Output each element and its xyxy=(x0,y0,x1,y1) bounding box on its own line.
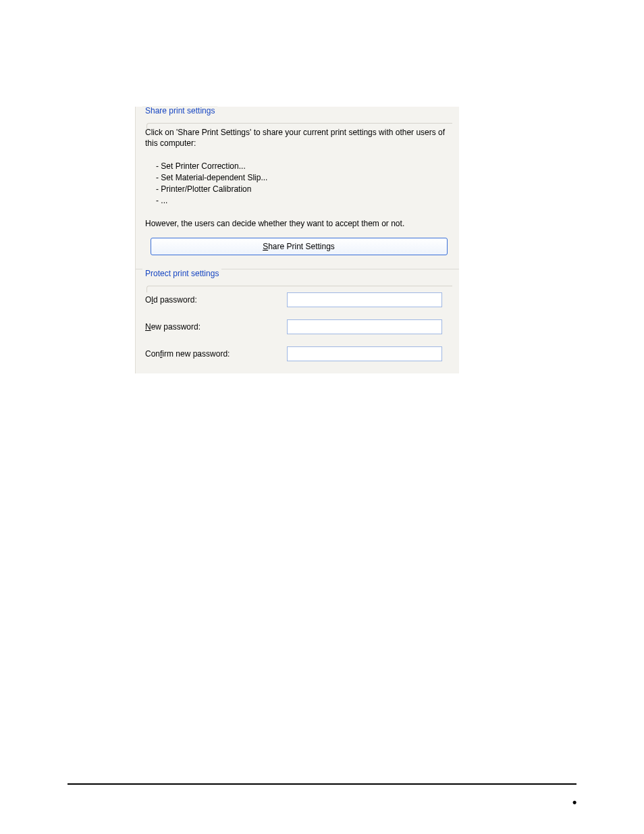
new-password-label: New password: xyxy=(145,322,287,332)
share-footer-text: However, the users can decide whether th… xyxy=(145,219,452,228)
settings-panel: Share print settings Click on 'Share Pri… xyxy=(135,107,459,373)
share-settings-list: Set Printer Correction... Set Material-d… xyxy=(156,161,452,206)
old-password-field[interactable] xyxy=(287,292,442,307)
list-item: Set Material-dependent Slip... xyxy=(156,172,452,184)
group-title-share: Share print settings xyxy=(142,106,217,115)
list-item: Set Printer Correction... xyxy=(156,161,452,172)
confirm-password-label: Confirm new password: xyxy=(145,349,287,359)
bullet-icon: • xyxy=(572,796,576,810)
group-title-protect: Protect print settings xyxy=(142,269,221,278)
new-password-field[interactable] xyxy=(287,319,442,334)
share-print-settings-button[interactable]: Share Print Settings xyxy=(151,238,448,255)
share-description: Click on 'Share Print Settings' to share… xyxy=(145,127,452,149)
page-footer-rule xyxy=(68,783,576,785)
list-item: ... xyxy=(156,195,452,207)
old-password-label: Old password: xyxy=(145,295,287,305)
list-item: Printer/Plotter Calibration xyxy=(156,184,452,195)
share-print-settings-group: Share print settings Click on 'Share Pri… xyxy=(136,107,459,269)
confirm-password-field[interactable] xyxy=(287,346,442,361)
protect-print-settings-group: Protect print settings Old password: New… xyxy=(136,269,459,373)
